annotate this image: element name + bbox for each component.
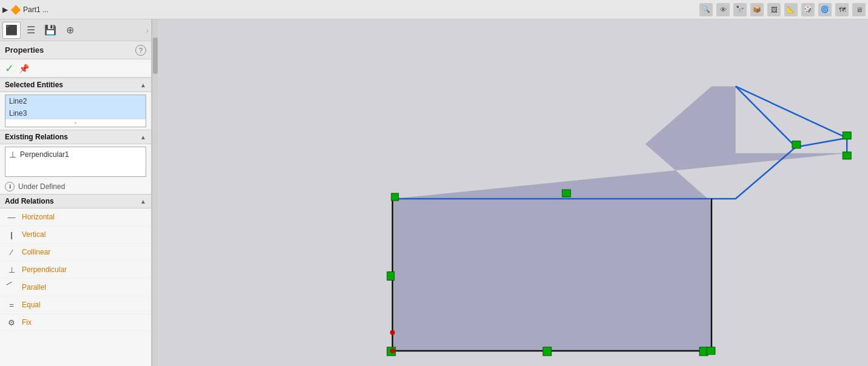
view-icon[interactable]: 👁	[716, 3, 730, 16]
breadcrumb-text: Part1 ...	[23, 5, 49, 14]
measure-icon[interactable]: 📐	[784, 3, 798, 16]
part-icon: 🔶	[10, 5, 21, 15]
collinear-label: Collinear	[22, 248, 50, 256]
parallel-label: Parallel	[22, 283, 46, 291]
svg-rect-7	[391, 193, 399, 201]
left-panel-scrollbar[interactable]	[152, 19, 158, 366]
existing-relations-collapse-icon: ▲	[140, 134, 146, 141]
relation-horizontal[interactable]: — Horizontal	[0, 208, 151, 226]
properties-title: Properties	[5, 45, 44, 55]
existing-relations-list: ⊥ Perpendicular1	[5, 147, 146, 177]
perpendicular-label: Perpendicular	[22, 265, 67, 274]
pin-button[interactable]: 📌	[19, 64, 29, 73]
svg-rect-14	[543, 347, 551, 356]
add-relations-section-header[interactable]: Add Relations ▲	[0, 194, 151, 208]
svg-point-18	[390, 348, 395, 353]
existing-relations-label: Existing Relations	[5, 133, 68, 141]
relation-perpendicular[interactable]: ⊥ Perpendicular	[0, 261, 151, 279]
sketch-svg	[158, 19, 868, 366]
vertical-label: Vertical	[22, 230, 45, 239]
entity-item-line3[interactable]: Line3	[5, 107, 146, 119]
status-text: Under Defined	[18, 182, 65, 191]
svg-line-6	[796, 138, 847, 147]
target-icon-btn[interactable]: ⊕	[61, 22, 79, 39]
add-relations-collapse-icon: ▲	[140, 198, 146, 205]
status-icon: ℹ	[5, 182, 15, 191]
svg-rect-9	[792, 141, 801, 148]
relation-equal[interactable]: = Equal	[0, 296, 151, 314]
cube-icon[interactable]: 🎲	[801, 3, 815, 16]
relation-item-perpendicular1[interactable]: ⊥ Perpendicular1	[5, 147, 146, 162]
svg-point-17	[390, 330, 395, 335]
horizontal-icon: —	[6, 211, 17, 222]
selected-entities-label: Selected Entities	[5, 81, 63, 89]
relation-fix[interactable]: ⚙ Fix	[0, 314, 151, 331]
icon-row: ⬛ ☰ 💾 ⊕ ›	[0, 19, 151, 41]
svg-rect-8	[562, 190, 571, 197]
package-icon[interactable]: 📦	[750, 3, 764, 16]
map-icon[interactable]: 🗺	[835, 3, 849, 16]
scrollbar-thumb[interactable]	[153, 38, 158, 74]
save-icon-btn[interactable]: 💾	[41, 22, 59, 39]
svg-rect-10	[843, 132, 851, 139]
svg-rect-11	[843, 152, 851, 159]
fix-icon: ⚙	[6, 317, 17, 328]
breadcrumb: ▶ 🔶 Part1 ...	[2, 5, 49, 15]
home-icon-btn[interactable]: ⬛	[2, 22, 21, 39]
selected-entities-list: Line2 Line3 •	[5, 95, 146, 127]
help-icon[interactable]: ?	[135, 45, 146, 56]
toolbar-icons-right: 🔍 👁 🔭 📦 🖼 📐 🎲 🌀 🗺 🖥	[699, 3, 866, 16]
left-panel: ⬛ ☰ 💾 ⊕ › Properties ? ✓ 📌 Selected Enti…	[0, 19, 152, 366]
svg-rect-16	[707, 347, 715, 354]
vertical-icon: |	[6, 229, 17, 240]
action-row: ✓ 📌	[0, 59, 151, 78]
main-area: ⬛ ☰ 💾 ⊕ › Properties ? ✓ 📌 Selected Enti…	[0, 19, 868, 366]
canvas-area[interactable]	[158, 19, 868, 366]
perpendicular-icon: ⊥	[9, 150, 16, 159]
breadcrumb-arrow: ▶	[2, 5, 8, 14]
add-relations-label: Add Relations	[5, 197, 54, 205]
equal-label: Equal	[22, 301, 41, 309]
status-row: ℹ Under Defined	[0, 179, 151, 194]
properties-header: Properties ?	[0, 41, 151, 59]
collinear-icon: ∕	[6, 247, 17, 258]
frame-icon[interactable]: 🖼	[767, 3, 781, 16]
selected-entities-section-header[interactable]: Selected Entities ▲	[0, 78, 151, 92]
swirl-icon[interactable]: 🌀	[818, 3, 832, 16]
top-toolbar: ▶ 🔶 Part1 ... 🔍 👁 🔭 📦 🖼 📐 🎲 🌀 🗺 🖥	[0, 0, 868, 19]
add-relations-list: — Horizontal | Vertical ∕ Collinear ⊥ Pe…	[0, 208, 151, 331]
existing-relations-section-header[interactable]: Existing Relations ▲	[0, 130, 151, 144]
scope-icon[interactable]: 🔭	[733, 3, 747, 16]
scroll-indicator: •	[5, 119, 146, 127]
perpendicular-add-icon: ⊥	[6, 264, 17, 275]
equal-icon: =	[6, 299, 17, 310]
collapse-chevron[interactable]: ›	[146, 25, 149, 35]
relation-vertical[interactable]: | Vertical	[0, 226, 151, 244]
relation-item-label: Perpendicular1	[20, 150, 69, 159]
fix-label: Fix	[22, 318, 32, 327]
search-icon[interactable]: 🔍	[699, 3, 713, 16]
svg-marker-0	[392, 86, 847, 351]
relation-collinear[interactable]: ∕ Collinear	[0, 244, 151, 261]
horizontal-label: Horizontal	[22, 213, 55, 221]
svg-line-1	[736, 86, 847, 138]
entity-item-line2[interactable]: Line2	[5, 95, 146, 107]
svg-rect-12	[387, 271, 394, 280]
selected-entities-collapse-icon: ▲	[140, 82, 146, 88]
parallel-icon: /	[4, 279, 19, 294]
list-icon-btn[interactable]: ☰	[22, 22, 40, 39]
relation-parallel[interactable]: / Parallel	[0, 279, 151, 296]
accept-button[interactable]: ✓	[5, 62, 14, 75]
screen-icon[interactable]: 🖥	[852, 3, 866, 16]
